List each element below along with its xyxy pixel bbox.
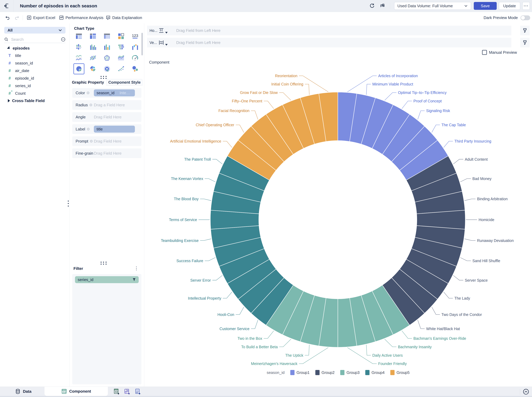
save-button[interactable]: Save bbox=[474, 2, 497, 10]
property-label: Radius bbox=[76, 103, 88, 107]
filter-resize-handle[interactable] bbox=[101, 262, 107, 265]
chart-type-waterfall-icon[interactable] bbox=[131, 43, 139, 51]
field-item-count[interactable]: #*Count bbox=[0, 90, 69, 97]
chart-type-scatter-icon[interactable] bbox=[117, 64, 125, 73]
export-excel-button[interactable]: Export Excel bbox=[27, 12, 55, 23]
tab-component-style[interactable]: Component Style bbox=[106, 79, 143, 86]
property-row-radius[interactable]: Radius⚙Drag a Field Here bbox=[72, 100, 141, 110]
performance-analysis-button[interactable]: Performance Analysis bbox=[59, 12, 103, 23]
chart-type-table-group-icon[interactable] bbox=[89, 32, 97, 41]
property-row-color[interactable]: Color⚙ season_id Inte… bbox=[72, 88, 141, 98]
data-explanation-button[interactable]: Data Explanation bbox=[106, 12, 142, 23]
tab-component-label: Component bbox=[69, 389, 91, 394]
field-item-title[interactable]: Ttitle bbox=[0, 52, 69, 59]
lineage-icon[interactable] bbox=[379, 3, 385, 9]
property-row-label[interactable]: Label⚙ title bbox=[72, 124, 141, 134]
horizontal-axis-icon[interactable] bbox=[158, 27, 164, 33]
chart-type-gauge-icon[interactable] bbox=[131, 54, 139, 62]
label-leader-line bbox=[402, 101, 412, 109]
chevron-down-icon[interactable] bbox=[165, 44, 168, 46]
chart-type-rose-pie-icon[interactable] bbox=[89, 64, 97, 73]
chart-type-table-detail-icon[interactable] bbox=[74, 32, 83, 41]
add-dashboard-icon[interactable] bbox=[124, 388, 130, 395]
refresh-icon[interactable] bbox=[369, 3, 375, 9]
chart-type-area-icon[interactable] bbox=[117, 54, 125, 62]
manual-preview-checkbox[interactable] bbox=[482, 50, 487, 55]
horizontal-shelf[interactable]: Ho... Drag Field from Left Here bbox=[147, 26, 511, 35]
chart-type-line-combo-icon[interactable] bbox=[89, 54, 97, 62]
slice-label: Intellectual Property bbox=[188, 296, 221, 300]
field-pill-season_id[interactable]: season_id Inte… bbox=[94, 89, 135, 96]
legend-item-group2[interactable]: Group2 bbox=[315, 370, 335, 375]
more-options-icon[interactable] bbox=[61, 37, 66, 42]
table-scope-value: All bbox=[7, 28, 12, 33]
collapse-panel-icon[interactable] bbox=[523, 388, 529, 395]
slice-label: Bachman's Earnings Over-Ride bbox=[413, 336, 466, 341]
filter-shelf[interactable]: series_id bbox=[72, 274, 141, 384]
table-scope-select[interactable]: All bbox=[4, 27, 66, 33]
field-item-season_id[interactable]: #season_id bbox=[0, 59, 69, 67]
legend-item-group3[interactable]: Group3 bbox=[340, 370, 360, 375]
table-node-episodes[interactable]: episodes bbox=[0, 44, 69, 52]
tab-component[interactable]: Component bbox=[44, 387, 108, 396]
data-volume-select[interactable]: Used Data Volume: Full Volume bbox=[394, 2, 471, 10]
chart-type-bar-horizontal-icon[interactable] bbox=[117, 43, 125, 51]
property-row-prompt[interactable]: Prompt⚙Drag Field Here bbox=[72, 136, 141, 146]
field-item-episode_id[interactable]: #episode_id bbox=[0, 74, 69, 82]
property-row-angle[interactable]: AngleDrag Field Here bbox=[72, 112, 141, 122]
chart-type-pie-icon[interactable] bbox=[74, 64, 83, 73]
chart-type-column-icon[interactable] bbox=[103, 43, 111, 51]
legend-item-group5[interactable]: Group5 bbox=[390, 370, 410, 375]
add-component-icon[interactable] bbox=[114, 388, 120, 395]
scrollbar[interactable] bbox=[141, 33, 143, 56]
slice-label: The Cap Table bbox=[441, 123, 466, 127]
slice-label: The Keenan Vortex bbox=[171, 177, 203, 181]
back-icon[interactable] bbox=[3, 2, 11, 10]
filter-pill-series-id[interactable]: series_id bbox=[75, 276, 139, 283]
vertical-axis-icon[interactable] bbox=[158, 40, 164, 46]
legend-label: Group4 bbox=[371, 370, 385, 375]
chart-type-bubble-icon[interactable] bbox=[131, 64, 139, 73]
field-item-air_date[interactable]: #air_date bbox=[0, 67, 69, 74]
chart-type-donut-multi-icon[interactable] bbox=[103, 64, 111, 73]
tab-data[interactable]: Data bbox=[9, 387, 37, 396]
field-item-series_id[interactable]: #series_id bbox=[0, 82, 69, 90]
gear-icon[interactable]: ⚙ bbox=[90, 139, 93, 143]
legend-item-group1[interactable]: Group1 bbox=[290, 370, 310, 375]
dark-preview-toggle[interactable] bbox=[520, 15, 530, 20]
add-report-icon[interactable] bbox=[135, 388, 141, 395]
chart-type-card-dashboard-icon[interactable] bbox=[117, 32, 125, 41]
chart-type-bar-clustered-icon[interactable] bbox=[89, 43, 97, 51]
chart-type-radar-icon[interactable] bbox=[103, 54, 111, 62]
chart-type-line-multi-icon[interactable] bbox=[74, 54, 83, 62]
panel-resize-handle[interactable] bbox=[101, 76, 107, 79]
gear-icon[interactable]: ⚙ bbox=[89, 103, 92, 107]
redo-button[interactable] bbox=[14, 12, 19, 23]
field-name: air_date bbox=[15, 68, 29, 73]
chart-type-bar-stacked-icon[interactable] bbox=[74, 43, 83, 51]
property-row-fine-grained[interactable]: Fine-grainedDrag Field Here bbox=[72, 149, 141, 158]
chevron-down-icon[interactable] bbox=[165, 32, 168, 33]
slice-label: The Patent Troll bbox=[184, 157, 211, 161]
legend-item-group4[interactable]: Group4 bbox=[365, 370, 385, 375]
update-button[interactable]: Update bbox=[499, 2, 520, 10]
horizontal-format-brush-icon[interactable] bbox=[520, 26, 530, 35]
field-search[interactable]: Search bbox=[4, 36, 66, 43]
gear-icon[interactable]: ⚙ bbox=[86, 91, 90, 95]
undo-button[interactable] bbox=[6, 12, 10, 23]
label-leader-line bbox=[299, 76, 328, 92]
cross-table-field-node[interactable]: Cross-Table Field bbox=[0, 97, 69, 104]
gear-icon[interactable]: ⚙ bbox=[87, 127, 90, 131]
drop-placeholder: Drag a Field Here bbox=[94, 103, 125, 107]
vertical-shelf[interactable]: Ve... Drag Field from Left Here bbox=[147, 38, 511, 47]
slice-label: Runaway Devaluation bbox=[477, 238, 514, 243]
vertical-format-brush-icon[interactable] bbox=[520, 38, 530, 47]
tab-graphic-property[interactable]: Graphic Property bbox=[70, 79, 105, 86]
chart-type-table-cross-icon[interactable] bbox=[103, 32, 111, 41]
label-leader-line bbox=[444, 141, 453, 148]
more-button[interactable]: ··· bbox=[522, 2, 530, 10]
horizontal-shelf-placeholder: Drag Field from Left Here bbox=[176, 28, 220, 33]
chart-type-kpi-123-icon[interactable]: 123 bbox=[131, 32, 139, 41]
field-pill-title[interactable]: title bbox=[94, 126, 135, 133]
kebab-menu-icon[interactable]: ⋮ bbox=[134, 266, 139, 271]
